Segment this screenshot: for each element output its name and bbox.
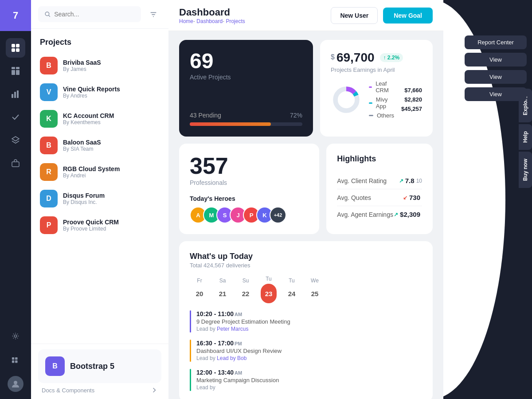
project-list-item[interactable]: P Proove Quick CRM By Proove Limited bbox=[36, 212, 163, 239]
highlights-title: Highlights bbox=[337, 154, 422, 164]
event-title: Marketing Campaign Discussion bbox=[196, 377, 422, 383]
cal-day-num[interactable]: 23 bbox=[261, 284, 277, 303]
calendar-day[interactable]: Tu 23 bbox=[259, 276, 278, 303]
svg-rect-1 bbox=[16, 44, 20, 47]
breadcrumb-home[interactable]: Home bbox=[179, 18, 193, 24]
svg-rect-2 bbox=[12, 48, 15, 52]
active-projects-card: 69 Active Projects 43 Pending 72% bbox=[179, 40, 313, 137]
highlight-row: Avg. Client Rating ↗ 7.8 10 bbox=[337, 172, 422, 189]
side-tabs: Explore Help Buy now bbox=[519, 89, 532, 190]
sidebar-icon-settings[interactable] bbox=[6, 326, 25, 346]
event-content: 10:20 - 11:00AM 9 Degree Project Estimat… bbox=[196, 310, 422, 332]
project-icon: D bbox=[40, 190, 58, 207]
svg-rect-10 bbox=[17, 90, 19, 98]
cal-day-name: Su bbox=[243, 278, 249, 284]
project-list-item[interactable]: B Briviba SaaS By James bbox=[36, 52, 163, 79]
chevron-right-icon bbox=[151, 387, 158, 394]
schedule-header: What's up Today Total 424,567 deliveries bbox=[190, 252, 422, 269]
side-tab-help[interactable]: Help bbox=[519, 124, 532, 150]
project-list-item[interactable]: D Disqus Forum By Disqus Inc. bbox=[36, 185, 163, 212]
project-list-item[interactable]: B Baloon SaaS By SIA Team bbox=[36, 132, 163, 159]
calendar-day[interactable]: We 25 bbox=[305, 278, 325, 301]
calendar-day[interactable]: Fr 20 bbox=[190, 278, 209, 301]
highlight-label: Avg. Quotes bbox=[337, 194, 371, 201]
view-button-1[interactable]: View bbox=[465, 53, 527, 66]
cal-day-num[interactable]: 22 bbox=[238, 286, 254, 301]
report-center-button[interactable]: Report Center bbox=[465, 35, 527, 49]
highlight-extra: 10 bbox=[416, 178, 422, 184]
event-time: 16:30 - 17:00PM bbox=[196, 340, 422, 347]
search-input[interactable] bbox=[54, 11, 135, 18]
docs-bar: Docs & Components bbox=[38, 383, 161, 394]
project-by: By SIA Team bbox=[63, 146, 101, 152]
sidebar-icon-grid2[interactable] bbox=[6, 351, 25, 371]
sidebar-icon-layers[interactable] bbox=[6, 130, 25, 150]
breadcrumb-dashboard[interactable]: Dashboard bbox=[196, 18, 223, 24]
donut-legend: Leaf CRM Mivy App Others bbox=[369, 80, 394, 119]
event-lead-link[interactable]: Peter Marcus bbox=[217, 326, 248, 332]
project-list-item[interactable]: V Vine Quick Reports By Andres bbox=[36, 79, 163, 106]
right-sidebar-content: Report Center View View View bbox=[443, 0, 532, 101]
new-goal-button[interactable]: New Goal bbox=[383, 8, 433, 23]
project-by: By Andrei bbox=[63, 172, 120, 179]
cal-day-num[interactable]: 21 bbox=[215, 286, 231, 301]
event-time: 12:00 - 13:40AM bbox=[196, 369, 422, 376]
sidebar-icon-chart[interactable] bbox=[6, 84, 25, 104]
professionals-label: Professionals bbox=[190, 179, 309, 186]
svg-rect-3 bbox=[16, 48, 20, 52]
search-input-wrap[interactable] bbox=[38, 6, 141, 22]
sidebar: 7 bbox=[0, 0, 31, 399]
project-list-item[interactable]: R RGB Cloud System By Andrei bbox=[36, 159, 163, 185]
sidebar-icon-check[interactable] bbox=[6, 107, 25, 127]
user-avatar[interactable] bbox=[8, 376, 23, 392]
svg-rect-8 bbox=[12, 94, 13, 98]
bootstrap-label: Bootstrap 5 bbox=[70, 362, 114, 371]
trend-arrow: ↗ bbox=[394, 211, 398, 218]
project-name: RGB Cloud System bbox=[63, 165, 120, 172]
calendar-day[interactable]: Sa 21 bbox=[213, 278, 232, 301]
project-by: By Andres bbox=[63, 93, 120, 99]
sidebar-icon-dashboard[interactable] bbox=[6, 61, 25, 81]
project-list-item[interactable]: K KC Account CRM By Keenthemes bbox=[36, 106, 163, 132]
calendar-row: Fr 20 Sa 21 Su 22 Tu 23 Tu 24 We 25 bbox=[190, 276, 422, 303]
highlight-label: Avg. Agent Earnings bbox=[337, 211, 393, 218]
project-info: Disqus Forum By Disqus Inc. bbox=[63, 192, 105, 205]
project-icon: R bbox=[40, 163, 58, 181]
cal-day-name: Tu bbox=[266, 276, 272, 282]
sidebar-icon-briefcase[interactable] bbox=[6, 153, 25, 173]
main-area: Dashboard Home- Dashboard- Projects New … bbox=[168, 0, 443, 399]
highlight-value: ↗ $2,309 bbox=[394, 211, 422, 218]
new-user-button[interactable]: New User bbox=[331, 7, 378, 24]
sidebar-icon-grid[interactable] bbox=[6, 38, 25, 58]
currency-sign: $ bbox=[331, 53, 335, 61]
project-name: Vine Quick Reports bbox=[63, 86, 120, 93]
event-content: 16:30 - 17:00PM Dashboard UI/UX Design R… bbox=[196, 340, 422, 361]
event-lead-link[interactable]: Lead by Bob bbox=[217, 355, 246, 361]
event-title: 9 Degree Project Estimation Meeting bbox=[196, 318, 422, 325]
active-projects-label: Active Projects bbox=[190, 74, 302, 81]
svg-marker-11 bbox=[12, 137, 19, 141]
svg-rect-14 bbox=[12, 357, 14, 360]
filter-button[interactable] bbox=[145, 6, 161, 22]
progress-bar-wrap bbox=[190, 122, 302, 126]
highlight-label: Avg. Client Rating bbox=[337, 177, 387, 184]
cal-day-num[interactable]: 20 bbox=[192, 286, 207, 301]
event-ampm: PM bbox=[235, 341, 242, 346]
side-tab-buy[interactable]: Buy now bbox=[519, 152, 532, 188]
cards-row-3: What's up Today Total 424,567 deliveries… bbox=[179, 241, 433, 399]
highlight-value: ↗ 7.8 10 bbox=[399, 177, 422, 184]
view-button-3[interactable]: View bbox=[465, 87, 527, 101]
main-content: 69 Active Projects 43 Pending 72% $ 69,7… bbox=[168, 31, 443, 399]
val-mivy-app: $2,820 bbox=[401, 96, 422, 103]
cal-day-num[interactable]: 25 bbox=[307, 286, 323, 301]
svg-rect-0 bbox=[12, 44, 15, 47]
project-by: By Disqus Inc. bbox=[63, 199, 105, 205]
project-info: Vine Quick Reports By Andres bbox=[63, 86, 120, 99]
calendar-day[interactable]: Su 22 bbox=[236, 278, 255, 301]
event-item: 16:30 - 17:00PM Dashboard UI/UX Design R… bbox=[190, 340, 422, 362]
view-button-2[interactable]: View bbox=[465, 70, 527, 84]
highlights-rows: Avg. Client Rating ↗ 7.8 10 Avg. Quotes … bbox=[337, 172, 422, 223]
project-name: KC Account CRM bbox=[63, 112, 114, 119]
cal-day-num[interactable]: 24 bbox=[284, 286, 300, 301]
calendar-day[interactable]: Tu 24 bbox=[282, 278, 301, 301]
